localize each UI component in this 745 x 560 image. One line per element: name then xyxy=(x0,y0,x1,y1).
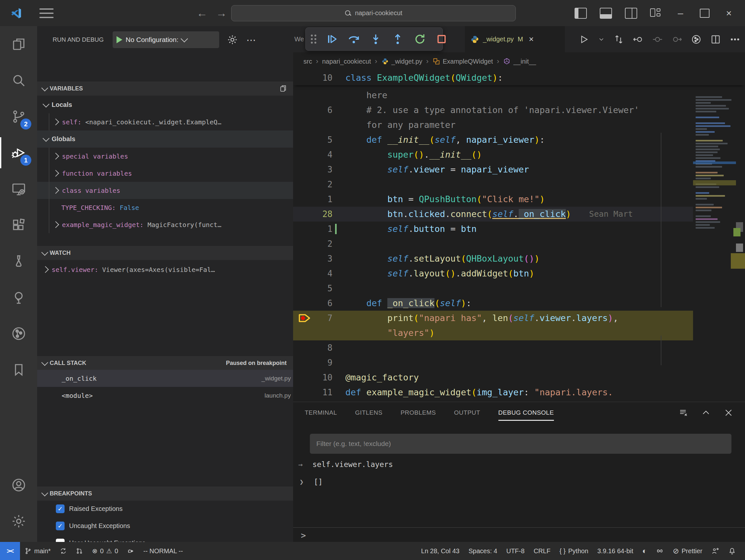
code-line[interactable]: 5 xyxy=(293,281,745,296)
toggle-panel-icon[interactable] xyxy=(600,8,612,19)
maximize-button[interactable] xyxy=(700,9,710,18)
restart-button[interactable] xyxy=(413,33,426,45)
code-line[interactable]: 8 xyxy=(293,340,745,355)
code-line[interactable]: 6 # 2. use a type annotation of 'napari.… xyxy=(293,103,745,118)
debug-configuration-dropdown[interactable]: No Configuration: xyxy=(112,31,219,48)
more-actions-icon[interactable] xyxy=(730,34,741,45)
console-result-row[interactable]: ❯ [] xyxy=(293,478,745,486)
compare-icon[interactable] xyxy=(71,548,88,555)
breadcrumb-item-ExampleQWidget[interactable]: ExampleQWidget xyxy=(432,58,493,65)
breakpoint-row[interactable]: ✓Uncaught Exceptions xyxy=(37,517,293,534)
gitlens-graph-icon[interactable] xyxy=(691,34,702,45)
breadcrumb-item-init[interactable]: __init__ xyxy=(503,58,536,65)
tree-row[interactable]: function variables xyxy=(37,165,293,182)
breakpoint-checkbox[interactable] xyxy=(56,539,65,542)
code-line[interactable]: 9 xyxy=(293,355,745,370)
toggle-sidebar-icon[interactable] xyxy=(575,8,587,19)
compare-changes-icon[interactable] xyxy=(613,34,624,45)
code-line[interactable]: for any parameter xyxy=(293,118,745,132)
code-line[interactable]: 6 def _on_click(self): xyxy=(293,296,745,311)
debug-status-icon[interactable] xyxy=(123,548,139,555)
code-line[interactable]: 28 btn.clicked.connect(self._on_click)Se… xyxy=(293,207,693,222)
code-line[interactable]: 1 btn = QPushButton("Click me!") xyxy=(293,192,745,207)
activity-item-extensions[interactable] xyxy=(0,207,37,243)
tree-row[interactable]: example_magic_widget: MagicFactory(funct… xyxy=(37,216,293,233)
activity-item-account[interactable] xyxy=(0,467,37,503)
problems-status[interactable]: ⊗0 ⚠0 xyxy=(88,547,123,555)
step-into-button[interactable] xyxy=(369,33,382,45)
next-change-icon[interactable] xyxy=(671,34,682,45)
activity-item-source-control[interactable]: 2 xyxy=(0,98,37,135)
minimize-button[interactable]: – xyxy=(674,8,687,19)
tab-close-icon[interactable]: × xyxy=(529,34,533,44)
breadcrumb-item-naparicookiecut[interactable]: napari_cookiecut xyxy=(322,58,371,65)
menu-icon[interactable] xyxy=(39,8,54,18)
code-line[interactable]: 7 print("napari has", len(self.viewer.la… xyxy=(293,311,693,325)
eol-sequence[interactable]: CRLF xyxy=(529,548,555,555)
language-mode[interactable]: { } Python xyxy=(555,548,593,555)
maximize-panel-icon[interactable] xyxy=(701,408,711,417)
forward-arrow-icon[interactable]: → xyxy=(212,7,231,20)
clear-console-icon[interactable] xyxy=(679,408,688,417)
close-panel-icon[interactable] xyxy=(724,408,733,417)
tree-row[interactable]: self: <napari_cookiecut._widget.ExampleQ… xyxy=(37,113,293,130)
stop-button[interactable] xyxy=(435,33,448,45)
collapse-variables-icon[interactable] xyxy=(278,84,287,93)
activity-item-bookmarks[interactable] xyxy=(0,352,37,388)
debug-console-filter-input[interactable] xyxy=(310,434,732,454)
panel-tab-debug-console[interactable]: DEBUG CONSOLE xyxy=(498,402,554,424)
tree-row[interactable]: TYPE_CHECKING: False xyxy=(37,199,293,216)
continue-button[interactable] xyxy=(325,33,338,45)
run-dropdown-chevron-icon[interactable] xyxy=(598,36,605,43)
activity-item-test-beaker[interactable] xyxy=(0,243,37,279)
gear-icon[interactable] xyxy=(227,34,238,45)
activity-item-search[interactable] xyxy=(0,62,37,98)
breakpoint-checkbox[interactable]: ✓ xyxy=(56,504,65,513)
activity-item-explorer[interactable] xyxy=(0,26,37,62)
activity-item-settings[interactable] xyxy=(0,503,37,539)
expand-chevron-icon[interactable]: ❯ xyxy=(293,478,314,486)
cursor-position[interactable]: Ln 28, Col 43 xyxy=(417,548,464,555)
run-python-file-icon[interactable] xyxy=(578,34,589,45)
panel-tab-problems[interactable]: PROBLEMS xyxy=(400,402,436,424)
theme-toggle-icon[interactable]: ◐ xyxy=(638,547,652,556)
callstack-frame[interactable]: _on_click_widget.py35:1 xyxy=(37,370,293,387)
code-area[interactable]: here6 # 2. use a type annotation of 'nap… xyxy=(293,88,745,400)
activity-item-remote-explorer[interactable] xyxy=(0,171,37,207)
breakpoint-row[interactable]: ✓Raised Exceptions xyxy=(37,500,293,517)
code-line[interactable]: 3 self.viewer = napari_viewer xyxy=(293,162,745,177)
code-line[interactable]: 1 self.button = btn xyxy=(293,222,745,237)
change-icon[interactable] xyxy=(652,34,663,45)
prettier-status[interactable]: ⊘ Prettier xyxy=(668,547,707,556)
feedback-icon[interactable] xyxy=(707,547,724,555)
console-echo-row[interactable]: → self.viewer.layers xyxy=(293,460,745,469)
activity-item-tree[interactable] xyxy=(0,279,37,315)
back-arrow-icon[interactable]: ← xyxy=(192,7,212,20)
notifications-bell-icon[interactable] xyxy=(724,547,741,555)
command-center-search[interactable]: napari-cookiecut xyxy=(231,5,516,21)
tree-row[interactable]: class variables xyxy=(37,182,293,199)
sticky-scroll-line[interactable]: 10class ExampleQWidget(QWidget): xyxy=(293,70,745,85)
branch-status[interactable]: main* xyxy=(20,548,55,555)
tree-row[interactable]: Globals xyxy=(37,130,293,148)
indentation[interactable]: Spaces: 4 xyxy=(464,548,502,555)
code-line[interactable]: 2 xyxy=(293,177,745,192)
section-header-variables[interactable]: VARIABLES xyxy=(37,81,293,96)
activity-item-gitlens[interactable] xyxy=(0,315,37,352)
close-button[interactable]: × xyxy=(722,8,735,19)
tab-widget-py[interactable]: _widget.py M × xyxy=(465,26,565,52)
toolbar-drag-handle[interactable] xyxy=(311,35,316,43)
callstack-frame[interactable]: <module>launch.py10:1 xyxy=(37,387,293,404)
code-line[interactable]: 10@magic_factory xyxy=(293,370,745,385)
python-interpreter[interactable]: 3.9.16 64-bit xyxy=(593,548,638,555)
breadcrumb-item-widget.py[interactable]: _widget.py xyxy=(381,58,423,65)
start-debug-icon[interactable] xyxy=(117,36,122,43)
minimap[interactable] xyxy=(693,70,736,402)
split-editor-icon[interactable] xyxy=(710,34,721,45)
code-line[interactable]: 4 self.layout().addWidget(btn) xyxy=(293,266,745,281)
tree-row[interactable]: Locals xyxy=(37,96,293,113)
panel-tab-gitlens[interactable]: GITLENS xyxy=(355,402,383,424)
step-over-button[interactable] xyxy=(347,33,360,45)
more-actions-icon[interactable]: ⋯ xyxy=(246,34,257,45)
activity-item-run-and-debug[interactable]: 1 xyxy=(0,135,37,171)
